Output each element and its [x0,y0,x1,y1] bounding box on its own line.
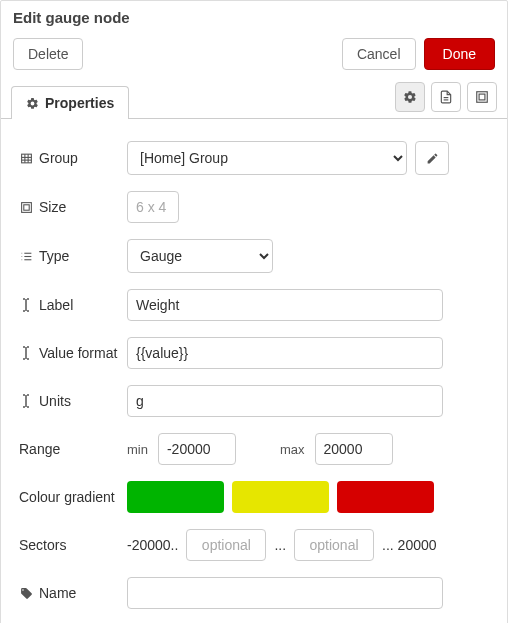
size-icon [19,201,33,214]
view-docs-button[interactable] [431,82,461,112]
label-value-format: Value format [39,345,117,361]
table-icon [19,152,33,165]
list-icon [19,250,33,263]
tabs: Properties [1,82,507,119]
label-input[interactable] [127,289,443,321]
label-sectors: Sectors [19,537,66,553]
cancel-button[interactable]: Cancel [342,38,416,70]
size-input[interactable] [127,191,179,223]
text-cursor-icon [19,346,33,360]
label-size: Size [39,199,66,215]
delete-button[interactable]: Delete [13,38,83,70]
value-format-input[interactable] [127,337,443,369]
label-units: Units [39,393,71,409]
svg-rect-10 [23,204,28,209]
label-range-max: max [280,442,305,457]
sectors-suffix: ... 20000 [382,537,437,553]
label-name: Name [39,585,76,601]
svg-rect-4 [21,154,31,163]
label-range-min: min [127,442,148,457]
group-select[interactable]: [Home] Group [127,141,407,175]
label-range: Range [19,441,60,457]
panel-title: Edit gauge node [1,1,507,30]
sector-1-input[interactable] [186,529,266,561]
svg-rect-2 [477,92,488,103]
name-input[interactable] [127,577,443,609]
range-min-input[interactable] [158,433,236,465]
type-select[interactable]: Gauge [127,239,273,273]
svg-rect-3 [479,94,485,100]
gear-icon [26,97,39,110]
tab-properties-label: Properties [45,95,114,111]
sectors-prefix: -20000.. [127,537,178,553]
text-cursor-icon [19,298,33,312]
label-type: Type [39,248,69,264]
action-bar: Delete Cancel Done [1,30,507,82]
layout-icon [475,90,489,104]
label-group: Group [39,150,78,166]
sectors-dots: ... [274,537,286,553]
view-layout-button[interactable] [467,82,497,112]
text-cursor-icon [19,394,33,408]
label-colour-gradient: Colour gradient [19,489,115,505]
tag-icon [19,587,33,600]
colour-swatch-1[interactable] [127,481,224,513]
edit-group-button[interactable] [415,141,449,175]
tab-properties[interactable]: Properties [11,86,129,119]
colour-swatch-2[interactable] [232,481,329,513]
units-input[interactable] [127,385,443,417]
range-max-input[interactable] [315,433,393,465]
gear-icon [403,90,417,104]
sector-2-input[interactable] [294,529,374,561]
file-icon [439,90,453,104]
label-label: Label [39,297,73,313]
svg-rect-9 [21,202,31,212]
done-button[interactable]: Done [424,38,495,70]
view-settings-button[interactable] [395,82,425,112]
colour-swatch-3[interactable] [337,481,434,513]
pencil-icon [426,152,439,165]
